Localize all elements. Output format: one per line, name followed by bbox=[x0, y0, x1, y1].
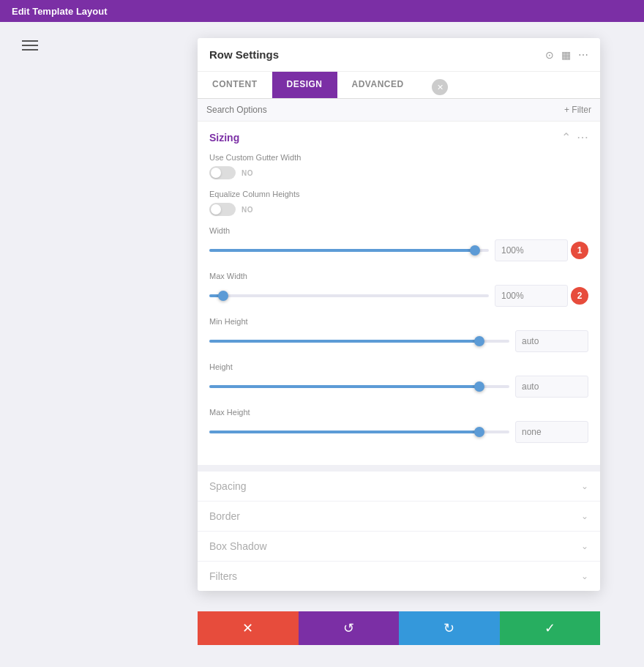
section-divider-1 bbox=[198, 465, 600, 471]
max-width-slider-track[interactable] bbox=[209, 294, 489, 297]
search-input[interactable] bbox=[206, 105, 564, 115]
spacing-chevron-icon: ⌄ bbox=[581, 481, 588, 491]
max-height-label: Max Height bbox=[209, 408, 588, 417]
filters-title: Filters bbox=[209, 570, 237, 582]
border-title: Border bbox=[209, 510, 240, 522]
max-height-slider-fill bbox=[209, 431, 479, 433]
height-slider-fill bbox=[209, 385, 479, 388]
panel-title: Row Settings bbox=[209, 48, 279, 61]
min-height-input[interactable] bbox=[515, 330, 588, 352]
panel-header: Row Settings ⊙ ▦ ⋯ bbox=[198, 38, 600, 72]
save-button[interactable]: ✓ bbox=[500, 611, 601, 645]
equalize-heights-toggle[interactable] bbox=[209, 203, 236, 216]
width-setting: Width 1 bbox=[209, 226, 588, 261]
height-input[interactable] bbox=[515, 376, 588, 398]
gutter-width-toggle[interactable] bbox=[209, 166, 236, 179]
more-options-icon[interactable]: ⋯ bbox=[577, 130, 588, 144]
row-settings-panel: Row Settings ⊙ ▦ ⋯ Content Design Advanc… bbox=[198, 38, 600, 591]
box-shadow-chevron-icon: ⌄ bbox=[581, 541, 588, 551]
panel-content: Sizing ⌃ ⋯ Use Custom Gutter Width NO Eq… bbox=[198, 122, 600, 591]
layout-icon[interactable]: ▦ bbox=[561, 49, 571, 61]
tab-content[interactable]: Content bbox=[198, 72, 272, 98]
gutter-width-setting: Use Custom Gutter Width NO bbox=[209, 153, 588, 179]
height-label: Height bbox=[209, 362, 588, 371]
width-badge: 1 bbox=[571, 242, 588, 259]
box-shadow-title: Box Shadow bbox=[209, 540, 267, 552]
top-bar-title: Edit Template Layout bbox=[12, 6, 108, 17]
cancel-button[interactable]: ✕ bbox=[198, 611, 299, 645]
width-value-wrapper: 1 bbox=[495, 239, 588, 261]
min-height-slider-track[interactable] bbox=[209, 340, 509, 343]
max-height-slider-track[interactable] bbox=[209, 431, 509, 433]
min-height-slider-row bbox=[209, 330, 588, 352]
min-height-slider-fill bbox=[209, 340, 479, 343]
max-height-value-wrapper bbox=[515, 421, 588, 443]
max-width-slider-thumb[interactable] bbox=[218, 291, 228, 301]
gutter-width-label: Use Custom Gutter Width bbox=[209, 153, 588, 162]
height-value-wrapper bbox=[515, 376, 588, 398]
min-height-slider-thumb[interactable] bbox=[474, 336, 484, 346]
equalize-heights-toggle-label: NO bbox=[242, 206, 253, 214]
box-shadow-section[interactable]: Box Shadow ⌄ bbox=[198, 531, 600, 561]
top-bar: Edit Template Layout bbox=[0, 0, 644, 22]
max-height-setting: Max Height bbox=[209, 408, 588, 443]
spacing-title: Spacing bbox=[209, 480, 247, 492]
sizing-content: Use Custom Gutter Width NO Equalize Colu… bbox=[198, 153, 600, 465]
equalize-heights-label: Equalize Column Heights bbox=[209, 190, 588, 198]
width-label: Width bbox=[209, 226, 588, 235]
width-slider-row: 1 bbox=[209, 239, 588, 261]
sizing-title: Sizing bbox=[209, 132, 239, 144]
action-bar: ✕ ↺ ↻ ✓ bbox=[198, 611, 600, 645]
refresh-button[interactable]: ↻ bbox=[399, 611, 500, 645]
min-height-label: Min Height bbox=[209, 317, 588, 326]
min-height-value-wrapper bbox=[515, 330, 588, 352]
max-height-slider-thumb[interactable] bbox=[474, 427, 484, 437]
width-slider-thumb[interactable] bbox=[470, 245, 480, 256]
tab-advanced[interactable]: Advanced bbox=[337, 72, 419, 98]
border-chevron-icon: ⌄ bbox=[581, 511, 588, 521]
height-setting: Height bbox=[209, 362, 588, 398]
sizing-icons: ⌃ ⋯ bbox=[561, 130, 588, 144]
tab-design[interactable]: Design bbox=[272, 72, 337, 98]
width-slider-fill bbox=[209, 249, 475, 252]
more-icon[interactable]: ⋯ bbox=[578, 49, 588, 61]
gutter-width-toggle-row: NO bbox=[209, 166, 588, 179]
equalize-heights-toggle-row: NO bbox=[209, 203, 588, 216]
border-section[interactable]: Border ⌄ bbox=[198, 501, 600, 531]
max-width-badge: 2 bbox=[571, 287, 588, 305]
max-width-value-wrapper: 2 bbox=[495, 285, 588, 307]
width-input[interactable] bbox=[495, 239, 568, 261]
sizing-section-header[interactable]: Sizing ⌃ ⋯ bbox=[198, 122, 600, 153]
spacing-section[interactable]: Spacing ⌄ bbox=[198, 471, 600, 501]
filters-section[interactable]: Filters ⌄ bbox=[198, 561, 600, 591]
max-height-slider-row bbox=[209, 421, 588, 443]
close-button[interactable]: ✕ bbox=[432, 79, 448, 95]
chevron-up-icon: ⌃ bbox=[561, 130, 571, 144]
max-height-input[interactable] bbox=[515, 421, 588, 443]
reset-button[interactable]: ↺ bbox=[299, 611, 400, 645]
tabs: Content Design Advanced bbox=[198, 72, 600, 99]
filters-chevron-icon: ⌄ bbox=[581, 571, 588, 581]
hamburger-menu[interactable] bbox=[22, 40, 38, 51]
height-slider-track[interactable] bbox=[209, 385, 509, 388]
camera-icon[interactable]: ⊙ bbox=[545, 49, 554, 61]
gutter-width-toggle-label: NO bbox=[242, 169, 253, 177]
max-width-slider-row: 2 bbox=[209, 285, 588, 307]
max-width-setting: Max Width 2 bbox=[209, 272, 588, 307]
equalize-heights-setting: Equalize Column Heights NO bbox=[209, 190, 588, 216]
width-slider-track[interactable] bbox=[209, 249, 489, 252]
height-slider-row bbox=[209, 376, 588, 398]
height-slider-thumb[interactable] bbox=[474, 381, 484, 392]
max-width-label: Max Width bbox=[209, 272, 588, 280]
filter-button[interactable]: + Filter bbox=[564, 105, 591, 115]
search-bar: + Filter bbox=[198, 99, 600, 122]
min-height-setting: Min Height bbox=[209, 317, 588, 352]
max-width-input[interactable] bbox=[495, 285, 568, 307]
panel-icons: ⊙ ▦ ⋯ bbox=[545, 49, 588, 61]
